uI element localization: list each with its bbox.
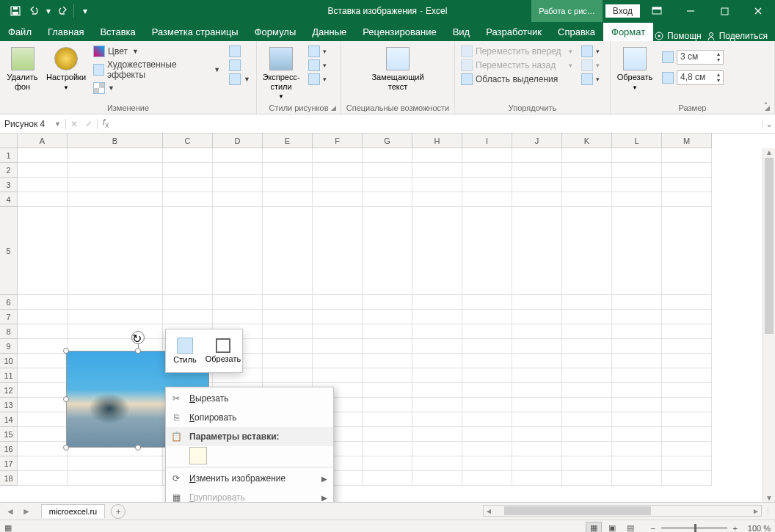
row-header[interactable]: 15 — [0, 427, 18, 442]
cell[interactable] — [662, 192, 712, 207]
cell[interactable] — [18, 398, 68, 412]
cell[interactable] — [512, 383, 562, 398]
cell[interactable] — [68, 324, 163, 339]
cell[interactable] — [313, 163, 363, 178]
tab-help[interactable]: Справка — [550, 23, 603, 41]
cell[interactable] — [662, 471, 712, 486]
cell[interactable] — [313, 192, 363, 207]
compress-button[interactable] — [226, 45, 253, 58]
cell[interactable] — [18, 339, 68, 354]
cell[interactable] — [662, 354, 712, 368]
row-header[interactable]: 5 — [0, 207, 18, 295]
ctx-cut[interactable]: ✂Вырезать — [166, 389, 333, 408]
row-header[interactable]: 11 — [0, 368, 18, 383]
change-picture-button[interactable] — [226, 59, 253, 72]
column-header[interactable]: J — [512, 134, 562, 148]
zoom-in-icon[interactable]: + — [730, 524, 741, 533]
cell[interactable] — [612, 339, 662, 354]
cell[interactable] — [313, 368, 363, 383]
column-header[interactable]: H — [412, 134, 462, 148]
cell[interactable] — [612, 412, 662, 427]
cell[interactable] — [68, 207, 163, 295]
cell[interactable] — [412, 442, 462, 456]
cell[interactable] — [462, 412, 512, 427]
cell[interactable] — [163, 207, 213, 295]
worksheet-grid[interactable]: ABCDEFGHIJKLM 12345678910111213141516171… — [0, 134, 775, 502]
fx-icon[interactable]: fx — [98, 117, 114, 129]
tab-format[interactable]: Формат — [603, 23, 653, 41]
cell[interactable] — [263, 295, 313, 310]
cell[interactable] — [68, 163, 163, 178]
cell[interactable] — [462, 192, 512, 207]
cell[interactable] — [612, 310, 662, 324]
column-header[interactable]: F — [313, 134, 363, 148]
tab-review[interactable]: Рецензирование — [354, 23, 444, 41]
cell[interactable] — [213, 163, 263, 178]
reset-picture-button[interactable]: ▼ — [226, 73, 253, 86]
cell[interactable] — [163, 295, 213, 310]
cell[interactable] — [163, 192, 213, 207]
picture-styles-button[interactable]: Экспресс-стили▼ — [260, 45, 302, 102]
cell[interactable] — [263, 178, 313, 192]
cell[interactable] — [662, 383, 712, 398]
cell[interactable] — [363, 148, 412, 163]
tell-me-button[interactable]: Помощн — [654, 31, 702, 41]
add-sheet-button[interactable]: + — [111, 504, 125, 519]
view-page-break-icon[interactable]: ▤ — [622, 522, 638, 533]
cell[interactable] — [662, 398, 712, 412]
cell[interactable] — [512, 471, 562, 486]
record-macro-icon[interactable]: ▦ — [4, 523, 12, 532]
cell[interactable] — [612, 354, 662, 368]
cell[interactable] — [462, 442, 512, 456]
cell[interactable] — [612, 442, 662, 456]
cell[interactable] — [612, 398, 662, 412]
row-header[interactable]: 8 — [0, 324, 18, 339]
cell[interactable] — [412, 456, 462, 471]
tab-file[interactable]: Файл — [0, 23, 40, 41]
width-field[interactable]: 4,8 см▴▾ — [659, 70, 727, 86]
cell[interactable] — [512, 339, 562, 354]
cell[interactable] — [363, 456, 412, 471]
cell[interactable] — [512, 354, 562, 368]
tab-insert[interactable]: Вставка — [92, 23, 143, 41]
cell[interactable] — [412, 310, 462, 324]
row-header[interactable]: 6 — [0, 295, 18, 310]
cell[interactable] — [363, 192, 412, 207]
cell[interactable] — [612, 427, 662, 442]
cell[interactable] — [662, 442, 712, 456]
cell[interactable] — [612, 163, 662, 178]
cell[interactable] — [68, 295, 163, 310]
cell[interactable] — [512, 207, 562, 295]
cell[interactable] — [612, 471, 662, 486]
column-header[interactable]: C — [163, 134, 213, 148]
cell[interactable] — [462, 471, 512, 486]
cell[interactable] — [263, 324, 313, 339]
row-header[interactable]: 18 — [0, 471, 18, 486]
cell[interactable] — [562, 148, 612, 163]
ctx-copy[interactable]: ⎘Копировать — [166, 408, 333, 427]
cell[interactable] — [462, 368, 512, 383]
signin-button[interactable]: Вход — [605, 4, 640, 18]
cell[interactable] — [263, 339, 313, 354]
cell[interactable] — [263, 207, 313, 295]
cell[interactable] — [412, 427, 462, 442]
cell[interactable] — [512, 310, 562, 324]
cell[interactable] — [313, 207, 363, 295]
cell[interactable] — [263, 354, 313, 368]
cell[interactable] — [512, 398, 562, 412]
cell[interactable] — [562, 368, 612, 383]
cell[interactable] — [562, 354, 612, 368]
cell[interactable] — [18, 442, 68, 456]
cell[interactable] — [18, 456, 68, 471]
cell[interactable] — [213, 192, 263, 207]
cell[interactable] — [662, 368, 712, 383]
tab-page-layout[interactable]: Разметка страницы — [144, 23, 247, 41]
cell[interactable] — [562, 427, 612, 442]
cell[interactable] — [213, 148, 263, 163]
cell[interactable] — [512, 368, 562, 383]
cell[interactable] — [412, 295, 462, 310]
cell[interactable] — [412, 339, 462, 354]
tab-developer[interactable]: Разработчик — [478, 23, 550, 41]
column-header[interactable]: G — [363, 134, 412, 148]
cell[interactable] — [68, 471, 163, 486]
